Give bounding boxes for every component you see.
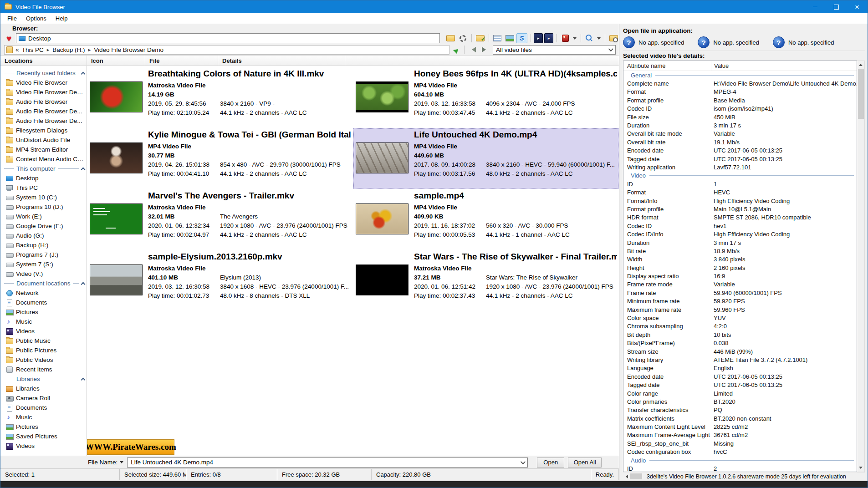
attribute-row[interactable]: Bit depth 10 bits [623,330,857,339]
collapse-chevron-icon[interactable] [81,71,86,76]
attribute-row[interactable]: Maximum frame rate 59.960 FPS [623,305,857,314]
collapse-chevron-icon[interactable] [81,167,86,172]
sidebar-item[interactable]: Pictures [0,307,87,317]
attribute-row[interactable]: Width 3 840 pixels [623,255,857,264]
menu-item[interactable]: File [3,14,21,23]
open-app-button[interactable]: ? No app. specified [698,36,759,48]
sidebar-item[interactable]: Libraries [0,384,87,393]
dropdown-caret-icon[interactable] [596,33,602,43]
attribute-row[interactable]: Bits/(Pixel*Frame) 0.038 [623,339,857,347]
attribute-row[interactable]: ID 1 [623,180,857,188]
list-view-icon[interactable] [492,33,503,43]
attribute-row[interactable]: Tagged date UTC 2017-06-05 00:13:25 [623,381,857,389]
file-entry[interactable]: Breathtaking Colors of Nature in 4K III.… [87,67,353,128]
screen-capture-icon[interactable] [544,33,553,43]
file-entry[interactable]: sample.mp4 MP4 Video File 409.90 KB 2019… [353,189,619,250]
menu-item[interactable]: Help [51,14,72,23]
attribute-row[interactable]: Encoded date UTC 2017-06-05 00:13:25 [623,372,857,381]
folder-search-icon[interactable] [608,33,619,43]
scrollbar-thumb[interactable] [630,473,642,479]
attribute-row[interactable]: Format profile Main 10@L5.1@Main [623,205,857,213]
attribute-row[interactable]: File size 450 MiB [623,113,857,121]
value-header[interactable]: Value [711,61,857,71]
attribute-row[interactable]: Frame rate 59.940 (60000/1001) FPS [623,289,857,297]
sidebar-item[interactable]: Recent Items [0,365,87,374]
separator[interactable] [603,33,607,43]
sidebar-item[interactable]: Videos [0,441,87,451]
breadcrumb-segment[interactable]: Video File Browser Demo [94,46,163,53]
sidebar-item[interactable]: System 10 (C:) [0,193,87,202]
sidebar-item[interactable]: This PC [0,183,87,193]
attribute-row[interactable]: Maximum Content Light Level 28225 cd/m2 [623,422,857,431]
attribute-row[interactable]: Display aspect ratio 16:9 [623,272,857,280]
attribute-row[interactable]: Codec configuration box hvcC [623,448,857,456]
attribute-row[interactable]: Color space YUV [623,314,857,322]
sidebar-item[interactable]: This computer [0,164,87,173]
scroll-left-icon[interactable] [623,473,630,480]
back-button[interactable] [467,45,477,54]
attribute-row[interactable]: General [623,71,857,79]
sidebar-item[interactable]: Music [0,317,87,326]
attribute-row[interactable]: Format/Info High Efficiency Video Coding [623,197,857,205]
attribute-row[interactable]: Bit rate 18.9 Mb/s [623,247,857,255]
close-button[interactable]: × [847,0,868,13]
file-name-combo[interactable]: Life Untouched 4K Demo.mp4 [127,458,528,468]
file-entry[interactable]: Honey Bees 96fps In 4K (ULTRA HD)(4ksamp… [353,67,619,128]
sidebar-item[interactable]: Camera Roll [0,393,87,403]
sidebar-item[interactable]: Filesystem Dialogs [0,126,87,135]
sidebar-item[interactable]: Video File Browser [0,78,87,87]
sidebar-item[interactable]: Video (V:) [0,269,87,279]
attribute-row[interactable]: Audio [623,456,857,464]
maximize-button[interactable] [826,0,847,13]
sidebar-item[interactable]: Audio File Browser De... [0,116,87,126]
attribute-row[interactable]: Color primaries BT.2020 [623,397,857,406]
separator[interactable] [579,33,582,43]
attribute-row[interactable]: Video [623,172,857,180]
details-view-icon[interactable] [516,33,527,43]
favorites-heart-icon[interactable]: ♥ [4,34,14,43]
sidebar-item[interactable]: Recently used folders [0,68,87,78]
attribute-row[interactable]: Format profile Base Media [623,96,857,104]
file-entry[interactable]: Star Wars - The Rise of Skywalker - Fina… [353,250,619,311]
attribute-row[interactable]: Color range Limited [623,389,857,397]
refresh-icon[interactable] [452,45,461,54]
location-combo[interactable]: Desktop [16,33,440,43]
breadcrumb-segment[interactable]: This PC [22,46,44,53]
open-all-button[interactable]: Open All [568,458,602,468]
address-bar[interactable]: « This PC ▸ Backup (H:) ▸ Video File Bro… [4,45,449,55]
scrollbar-thumb[interactable] [858,69,864,119]
sidebar-item[interactable]: Desktop [0,173,87,183]
sidebar-item[interactable]: Pictures [0,422,87,432]
settings-icon[interactable] [457,33,468,43]
attribute-row[interactable]: Duration 3 min 17 s [623,239,857,247]
attribute-row[interactable]: Codec ID hev1 [623,222,857,230]
file-entry[interactable]: Life Untouched 4K Demo.mp4 MP4 Video Fil… [353,128,619,189]
attribute-row[interactable]: Transfer characteristics PQ [623,406,857,414]
sidebar-item[interactable]: Public Music [0,336,87,346]
chevron-down-icon[interactable] [120,461,123,465]
open-app-button[interactable]: ? No app. specified [773,36,834,48]
locations-header[interactable]: Locations [0,56,87,66]
sidebar-item[interactable]: Work (E:) [0,212,87,221]
scroll-down-icon[interactable] [857,464,864,472]
scroll-up-icon[interactable] [857,61,864,68]
sidebar-item[interactable]: Programs 7 (J:) [0,250,87,259]
search-icon[interactable] [584,33,595,43]
sidebar-item[interactable]: Video File Browser Demo [0,87,87,97]
vertical-scrollbar[interactable] [857,61,865,472]
attribute-row[interactable]: Overall bit rate 19.1 Mb/s [623,138,857,146]
titlebar[interactable]: Video File Browser × [0,0,868,13]
attribute-row[interactable]: Writing library ATEME Titan File 3.7.2 (… [623,356,857,364]
attribute-name-header[interactable]: Attribute name [623,62,711,69]
sidebar-item[interactable]: Programs 10 (D:) [0,202,87,212]
sidebar-item[interactable]: Audio (G:) [0,231,87,240]
attribute-row[interactable]: HDR format SMPTE ST 2086, HDR10 compatib… [623,214,857,222]
sidebar-item[interactable]: Context Menu Audio Co... [0,154,87,164]
sidebar-item[interactable]: Document locations [0,279,87,288]
attribute-row[interactable]: ID 2 [623,464,857,472]
attribute-row[interactable]: Complete name H:\Video File Browser Demo… [623,79,857,87]
attribute-row[interactable]: Codec ID/Info High Efficiency Video Codi… [623,230,857,238]
attribute-row[interactable]: Encoded date UTC 2017-06-05 00:13:25 [623,147,857,155]
attribute-row[interactable]: Height 2 160 pixels [623,264,857,272]
attribute-row[interactable]: Overall bit rate mode Variable [623,130,857,138]
